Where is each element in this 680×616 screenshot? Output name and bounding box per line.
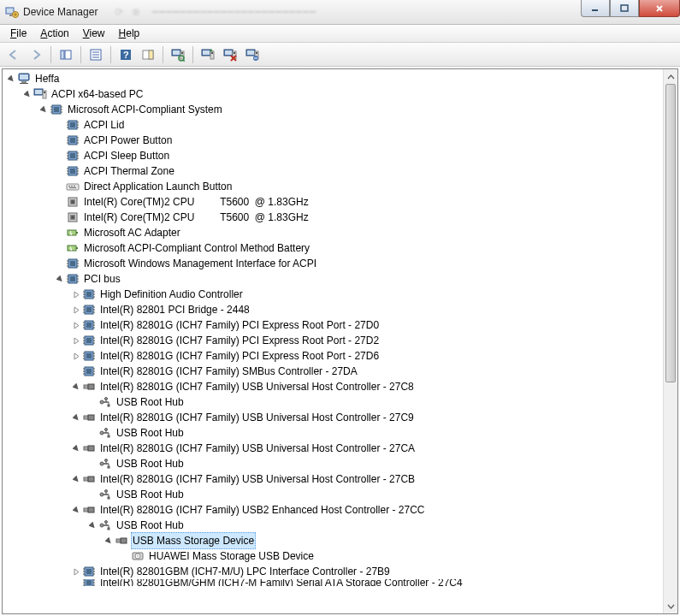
toolbar-separator (163, 46, 163, 63)
tree-node[interactable]: USB Root Hub (86, 487, 663, 502)
tree-node[interactable]: Direct Application Launch Button (54, 179, 663, 194)
menu-view[interactable]: View (76, 26, 112, 41)
tree-node-selected[interactable]: USB Mass Storage Device (103, 533, 663, 548)
expand-icon[interactable] (70, 445, 82, 453)
chip-icon (82, 565, 96, 578)
menu-help[interactable]: Help (112, 26, 147, 41)
scrollbar-thumb[interactable] (665, 84, 676, 382)
tree-node[interactable]: Intel(R) 82801 PCI Bridge - 2448 (70, 302, 663, 317)
device-tree[interactable]: Heffa ACPI x64-based PC (3, 69, 663, 613)
action-pane-button[interactable] (138, 44, 158, 65)
node-label: Intel(R) 82801G (ICH7 Family) PCI Expres… (98, 317, 381, 333)
tree-node[interactable]: USB Root Hub (86, 394, 663, 410)
scrollbar-track[interactable] (664, 84, 677, 599)
tree-node[interactable]: Intel(R) Core(TM)2 CPU T5600 @ 1.83GHz (54, 210, 663, 225)
expand-icon[interactable] (70, 306, 82, 314)
expand-icon[interactable] (70, 568, 82, 576)
tree-node[interactable]: Intel(R) 82801G (ICH7 Family) PCI Expres… (70, 348, 663, 364)
tree-node-system[interactable]: Microsoft ACPI-Compliant System (38, 102, 663, 117)
help-button[interactable]: ? (115, 44, 136, 65)
node-label: USB Root Hub (115, 394, 186, 410)
expand-icon[interactable] (5, 75, 17, 83)
uninstall-button[interactable] (220, 44, 240, 65)
expand-icon[interactable] (70, 476, 82, 483)
tree-node-pc[interactable]: ACPI x64-based PC (21, 86, 663, 102)
node-label: ACPI Sleep Button (82, 148, 171, 163)
expand-icon[interactable] (38, 106, 50, 114)
update-driver-button[interactable] (198, 44, 218, 65)
tree-node[interactable]: Intel(R) 82801GBM (ICH7-M/U) LPC Interfa… (70, 564, 663, 579)
tree-node[interactable]: ACPI Lid (54, 117, 663, 133)
vertical-scrollbar[interactable] (663, 69, 677, 613)
expand-icon[interactable] (70, 352, 82, 360)
node-label: ACPI Lid (82, 117, 126, 133)
tree-node[interactable]: Intel(R) 82801GBM/GHM (ICH7-M Family) Se… (70, 579, 663, 586)
node-label: Microsoft ACPI-Compliant System (66, 102, 224, 117)
tree-node[interactable]: Intel(R) 82801G (ICH7 Family) USB Univer… (70, 410, 663, 425)
svg-line-55 (183, 60, 185, 62)
expand-icon[interactable] (70, 414, 82, 422)
tree-node[interactable]: USB Root Hub (86, 518, 663, 533)
node-label: Intel(R) 82801G (ICH7 Family) USB Univer… (98, 379, 416, 394)
tree-node[interactable]: ACPI Sleep Button (54, 148, 663, 163)
node-label: Intel(R) 82801G (ICH7 Family) SMBus Cont… (98, 364, 359, 379)
app-icon (5, 5, 19, 19)
tree-node[interactable]: Intel(R) 82801G (ICH7 Family) USB Univer… (70, 379, 663, 394)
menu-file[interactable]: File (3, 26, 33, 41)
tree-node[interactable]: Intel(R) 82801G (ICH7 Family) SMBus Cont… (70, 364, 663, 379)
node-label: PCI bus (82, 271, 122, 287)
usb-hub-icon (98, 457, 112, 471)
tree-node-pcibus[interactable]: PCI bus (54, 271, 663, 287)
tree-node[interactable]: Intel(R) 82801G (ICH7 Family) PCI Expres… (70, 333, 663, 348)
expand-icon[interactable] (70, 506, 82, 514)
menu-action[interactable]: Action (33, 26, 75, 41)
expand-icon[interactable] (70, 291, 82, 299)
expand-icon[interactable] (70, 337, 82, 345)
chip-icon (82, 579, 96, 586)
tree-node[interactable]: Intel(R) 82801G (ICH7 Family) USB Univer… (70, 471, 663, 487)
usb-hub-icon (98, 426, 112, 440)
maximize-button[interactable] (610, 0, 639, 17)
expand-icon[interactable] (70, 322, 82, 329)
chip-icon (82, 318, 96, 332)
tree-node[interactable]: Intel(R) 82801G (ICH7 Family) USB2 Enhan… (70, 502, 663, 518)
usb-icon (115, 534, 128, 548)
tree-node[interactable]: High Definition Audio Controller (70, 287, 663, 302)
tree-node[interactable]: ACPI Power Button (54, 133, 663, 148)
svg-rect-45 (65, 50, 71, 59)
expand-icon[interactable] (86, 522, 98, 530)
tree-node[interactable]: USB Root Hub (86, 456, 663, 471)
expand-icon[interactable] (54, 275, 66, 283)
tree-node[interactable]: HUAWEI Mass Storage USB Device (119, 548, 663, 564)
chip-icon (82, 364, 96, 378)
tree-node[interactable]: Microsoft ACPI-Compliant Control Method … (54, 240, 663, 256)
chip-icon (66, 118, 80, 132)
scan-hardware-button[interactable] (168, 44, 188, 65)
properties-button[interactable] (86, 44, 106, 65)
scroll-up-button[interactable] (664, 69, 677, 84)
tree-root[interactable]: Heffa (5, 71, 663, 86)
disable-button[interactable] (242, 44, 263, 65)
forward-button[interactable] (26, 44, 46, 65)
node-label: ACPI Power Button (82, 133, 174, 148)
tree-node[interactable]: Microsoft AC Adapter (54, 225, 663, 240)
node-label: High Definition Audio Controller (98, 287, 245, 302)
tree-node[interactable]: Intel(R) Core(TM)2 CPU T5600 @ 1.83GHz (54, 194, 663, 210)
background-blur: ⟳ ⊗ ━━━━━━━━━━━━━━━━━━━━━━━━ (115, 6, 316, 18)
scroll-down-button[interactable] (664, 599, 677, 613)
tree-node[interactable]: USB Root Hub (86, 425, 663, 441)
expand-icon[interactable] (70, 383, 82, 391)
window-title: Device Manager (23, 6, 98, 18)
tree-node[interactable]: Microsoft Windows Management Interface f… (54, 256, 663, 271)
usb-icon (82, 411, 96, 424)
expand-icon[interactable] (103, 537, 115, 545)
close-button[interactable] (639, 0, 680, 17)
back-button[interactable] (3, 44, 24, 65)
tree-node[interactable]: Intel(R) 82801G (ICH7 Family) PCI Expres… (70, 317, 663, 333)
minimize-button[interactable] (581, 0, 610, 17)
show-hide-tree-button[interactable] (56, 44, 76, 65)
tree-node[interactable]: ACPI Thermal Zone (54, 163, 663, 179)
expand-icon[interactable] (21, 91, 33, 98)
battery-icon (66, 226, 80, 240)
tree-node[interactable]: Intel(R) 82801G (ICH7 Family) USB Univer… (70, 441, 663, 456)
